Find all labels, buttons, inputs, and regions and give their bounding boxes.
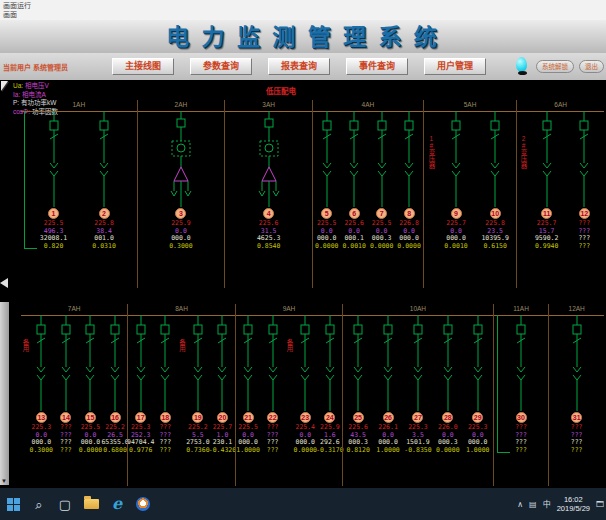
feeder-circuit[interactable]: 22????????????	[260, 315, 285, 454]
meter-badge[interactable]: 6	[349, 208, 360, 219]
feeder-circuit[interactable]: 28226.00.0000.30.0000	[433, 315, 463, 454]
clock[interactable]: 16:02 2019/5/29	[557, 495, 590, 513]
feeder-circuit[interactable]: 21225.50.0000.01.0000	[236, 315, 261, 454]
meter-badge[interactable]: 31	[571, 412, 582, 423]
feeder-circuit[interactable]: 29225.30.0000.01.0000	[463, 315, 493, 454]
oval-button[interactable]: 系统解锁	[536, 60, 574, 73]
mouse-cursor-icon	[1, 81, 8, 91]
feeder-circuit[interactable]: 25225.643.5000.30.8120	[343, 315, 373, 454]
start-button[interactable]	[0, 488, 26, 520]
bay-10AH: 10AH 25225.643.5000.30.8120 26226.10.000…	[342, 304, 493, 486]
meter-badge[interactable]: 9	[451, 208, 462, 219]
current-user-status: 当前用户 系统管理员	[0, 62, 112, 72]
browser-icon[interactable]	[130, 488, 156, 520]
feeder-circuit[interactable]: 6225.60.0000.10.0010	[340, 111, 367, 250]
readout-powerfactor: ???	[267, 447, 279, 455]
feeder-circuit[interactable]: 31????????????	[559, 315, 595, 454]
readout-powerfactor: 0.0000	[315, 243, 338, 251]
toolbar-button[interactable]: 事件查询	[346, 58, 408, 75]
meter-badge[interactable]: 21	[243, 412, 254, 423]
bay-4AH: 4AH 5225.50.0000.00.0000 6225.60.0000.10…	[312, 100, 423, 288]
bay-3AH: 3AH 4225.631.54625.30.8540	[224, 100, 312, 288]
tray-expand-icon[interactable]: ∧	[517, 500, 523, 509]
page-left-arrow-icon[interactable]	[0, 278, 8, 288]
language-indicator[interactable]: 中	[543, 500, 551, 509]
meter-badge[interactable]: 18	[160, 412, 171, 423]
feeder-circuit[interactable]: 13225.30.0000.00.3000	[29, 315, 54, 454]
feeder-circuit[interactable]: 11225.715.79590.20.9940	[529, 111, 565, 250]
meter-badge[interactable]: 12	[579, 208, 590, 219]
meter-badge[interactable]: 19	[192, 412, 203, 423]
feeder-circuit[interactable]: 9225.70.0000.00.0010	[438, 111, 474, 250]
search-icon[interactable]: ⌕	[26, 488, 52, 520]
scroll-down-icon[interactable]: ▼	[1, 478, 7, 484]
feeder-circuit[interactable]: 15225.50.0000.00.0000	[78, 315, 103, 454]
breaker-feeder-icon	[186, 315, 210, 411]
meter-badge[interactable]: 27	[412, 412, 423, 423]
action-center-icon[interactable]: 🗔	[596, 500, 604, 509]
toolbar-button[interactable]: 用户管理	[424, 58, 486, 75]
meter-badge[interactable]: 23	[300, 412, 311, 423]
breaker-feeder-icon	[509, 315, 533, 411]
feeder-circuit[interactable]: 10225.823.510395.90.6150	[477, 111, 513, 250]
toolbar-button[interactable]: 参数查询	[190, 58, 252, 75]
meter-badge[interactable]: 7	[376, 208, 387, 219]
meter-badge[interactable]: 2	[99, 208, 110, 219]
feeder-circuit[interactable]: 8226.80.0000.00.0000	[395, 111, 422, 250]
readout-powerfactor: 0.0000	[436, 447, 459, 455]
meter-badge[interactable]: 24	[324, 412, 335, 423]
meter-badge[interactable]: 4	[263, 208, 274, 219]
meter-badge[interactable]: 17	[135, 412, 146, 423]
meter-badge[interactable]: 26	[383, 412, 394, 423]
feeder-circuit[interactable]: 19225.25.52753.00.7360	[186, 315, 211, 454]
feeder-circuit[interactable]: 4225.631.54625.30.8540	[251, 111, 287, 250]
meter-badge[interactable]: 28	[442, 412, 453, 423]
feeder-circuit[interactable]: 1225.5496.332008.10.820	[36, 111, 72, 250]
meter-badge[interactable]: 16	[110, 412, 121, 423]
left-scroll-strip[interactable]: ▼	[0, 302, 9, 485]
feeder-circuit[interactable]: 5225.50.0000.00.0000	[313, 111, 340, 250]
file-explorer-icon[interactable]	[78, 488, 104, 520]
feeder-circuit[interactable]: 27225.33.51501.9-0.8350	[403, 315, 433, 454]
meter-badge[interactable]: 1	[48, 208, 59, 219]
meter-badge[interactable]: 29	[472, 412, 483, 423]
tray-icon[interactable]: ▤	[529, 500, 537, 509]
readout-powerfactor: 0.0010	[342, 243, 365, 251]
readout-powerfactor: ???	[159, 447, 171, 455]
meter-badge[interactable]: 20	[217, 412, 228, 423]
meter-badge[interactable]: 11	[541, 208, 552, 219]
meter-badge[interactable]: 15	[85, 412, 96, 423]
meter-badge[interactable]: 13	[36, 412, 47, 423]
meter-badge[interactable]: 8	[404, 208, 415, 219]
feeder-circuit[interactable]: 12????????????	[566, 111, 602, 250]
toolbar-button[interactable]: 主接线图	[112, 58, 174, 75]
feeder-circuit[interactable]: 24225.91.6292.6-0.3170	[318, 315, 343, 454]
bay-label: 10AH	[343, 304, 493, 315]
bay-label: 7AH	[21, 304, 127, 315]
meter-badge[interactable]: 14	[60, 412, 71, 423]
meter-badge[interactable]: 5	[321, 208, 332, 219]
feeder-circuit[interactable]: 14????????????	[54, 315, 79, 454]
toolbar-button[interactable]: 报表查询	[268, 58, 330, 75]
feeder-circuit[interactable]: 20225.71.0230.1-0.4320	[210, 315, 235, 454]
meter-badge[interactable]: 30	[516, 412, 527, 423]
readout-powerfactor: 0.7360	[186, 447, 209, 455]
task-view-icon[interactable]: ▢	[52, 488, 78, 520]
bay-2AH: 2AH 3225.90.0000.00.3000	[137, 100, 225, 288]
feeder-circuit[interactable]: 17225.3252.394704.40.9776	[128, 315, 153, 454]
feeder-circuit[interactable]: 16225.226.565355.00.6800	[103, 315, 128, 454]
edge-browser-icon[interactable]: e	[104, 488, 130, 520]
feeder-circuit[interactable]: 3225.90.0000.00.3000	[163, 111, 199, 250]
meter-badge[interactable]: 3	[175, 208, 186, 219]
bay-12AH: 12AH 31????????????	[548, 304, 604, 486]
oval-button[interactable]: 退出	[579, 60, 604, 73]
meter-badge[interactable]: 10	[490, 208, 501, 219]
feeder-circuit[interactable]: 7225.50.0000.30.0000	[368, 111, 395, 250]
feeder-circuit[interactable]: 26226.10.0000.01.0000	[373, 315, 403, 454]
menu-bar[interactable]: 画面	[3, 10, 606, 19]
feeder-circuit[interactable]: 2225.838.4001.00.0310	[86, 111, 122, 250]
feeder-circuit[interactable]: 23225.40.0000.00.0000	[293, 315, 318, 454]
meter-badge[interactable]: 22	[267, 412, 278, 423]
feeder-circuit[interactable]: 18????????????	[153, 315, 178, 454]
meter-badge[interactable]: 25	[353, 412, 364, 423]
